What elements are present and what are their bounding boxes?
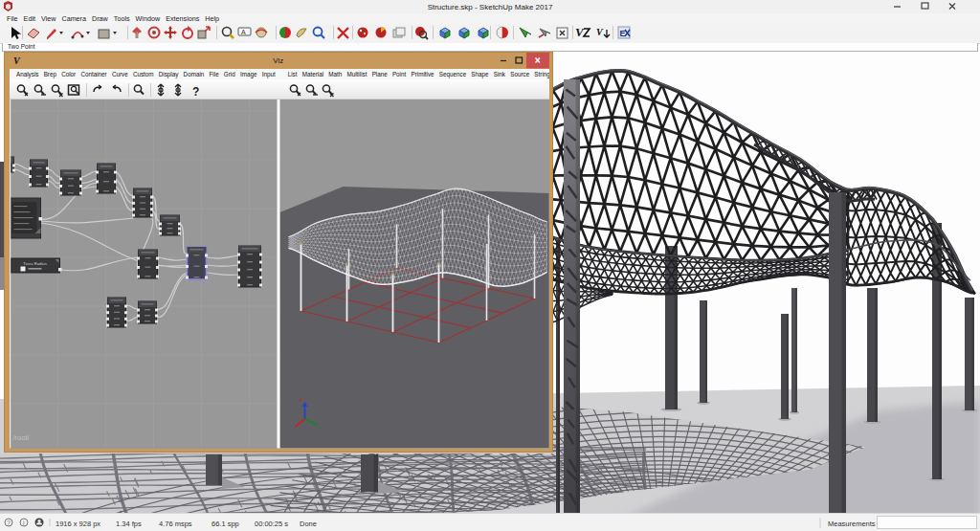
svg-text:i: i <box>23 520 25 526</box>
svg-text:A: A <box>241 29 246 35</box>
svg-text:Truss Radius: Truss Radius <box>23 261 47 266</box>
svg-text:Y: Y <box>318 426 322 431</box>
svg-text:/root/: /root/ <box>13 433 31 442</box>
svg-text:z: z <box>301 397 303 403</box>
svg-text:V: V <box>596 27 604 37</box>
svg-text:?: ? <box>7 520 11 526</box>
svg-text:?: ? <box>192 85 199 99</box>
